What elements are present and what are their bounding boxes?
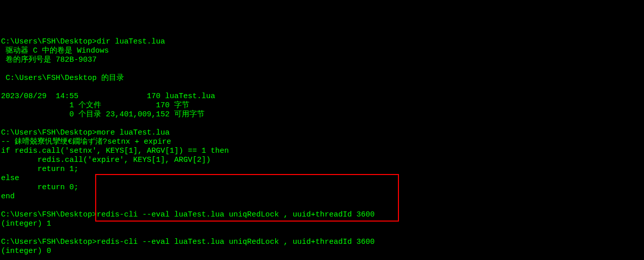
terminal-line: end	[1, 192, 643, 201]
terminal-line: (integer) 0	[1, 247, 643, 256]
terminal-line: else	[1, 174, 643, 183]
output-text: else	[1, 174, 19, 183]
output-text	[1, 65, 6, 73]
terminal-line: redis.call('expire', KEYS[1], ARGV[2])	[1, 156, 643, 165]
output-text: -- 銇嗗兢寮忛攣绠€鐗堬ず渚?setnx + expire	[1, 138, 171, 146]
output-text: (integer) 0	[1, 247, 51, 255]
prompt: C:\Users\FSH\Desktop>	[1, 128, 97, 137]
terminal-line: -- 銇嗗兢寮忛攣绠€鐗堬ず渚?setnx + expire	[1, 138, 643, 147]
terminal-line	[1, 119, 643, 128]
terminal-line: return 0;	[1, 183, 643, 192]
output-text: 驱动器 C 中的卷是 Windows	[1, 47, 109, 55]
command-text: more luaTest.lua	[97, 128, 170, 137]
terminal-line: 驱动器 C 中的卷是 Windows	[1, 47, 643, 56]
output-text: if redis.call('setnx', KEYS[1], ARGV[1])…	[1, 147, 229, 155]
output-text	[1, 119, 6, 128]
terminal-line: if redis.call('setnx', KEYS[1], ARGV[1])…	[1, 147, 643, 156]
terminal-line	[1, 83, 643, 92]
terminal-line: 2023/08/29 14:55 170 luaTest.lua	[1, 92, 643, 101]
terminal-line: 0 个目录 23,401,009,152 可用字节	[1, 110, 643, 119]
terminal-line: return 1;	[1, 165, 643, 174]
output-text	[1, 229, 6, 237]
terminal-line: (integer) 1	[1, 220, 643, 229]
terminal-line	[1, 229, 643, 238]
terminal-line: 卷的序列号是 782B-9037	[1, 56, 643, 65]
output-text: return 0;	[1, 183, 78, 192]
prompt: C:\Users\FSH\Desktop>	[1, 210, 97, 219]
terminal-line: 1 个文件 170 字节	[1, 101, 643, 110]
output-text: return 1;	[1, 165, 78, 174]
output-text	[1, 83, 6, 92]
command-text: redis-cli --eval luaTest.lua uniqRedLock…	[97, 238, 375, 246]
prompt: C:\Users\FSH\Desktop>	[1, 238, 97, 246]
terminal-line: C:\Users\FSH\Desktop 的目录	[1, 74, 643, 83]
output-text	[1, 256, 6, 260]
output-text: 0 个目录 23,401,009,152 可用字节	[1, 110, 205, 119]
output-text: 卷的序列号是 782B-9037	[1, 56, 97, 64]
command-text: dir luaTest.lua	[97, 37, 165, 46]
terminal-line: C:\Users\FSH\Desktop>redis-cli --eval lu…	[1, 238, 643, 247]
output-text: redis.call('expire', KEYS[1], ARGV[2])	[1, 156, 211, 164]
terminal-output[interactable]: C:\Users\FSH\Desktop>dir luaTest.lua 驱动器…	[1, 37, 643, 260]
output-text: 2023/08/29 14:55 170 luaTest.lua	[1, 92, 215, 101]
output-text: end	[1, 192, 15, 201]
output-text: 1 个文件 170 字节	[1, 101, 189, 110]
output-text	[1, 201, 6, 210]
output-text: (integer) 1	[1, 220, 51, 228]
terminal-line: C:\Users\FSH\Desktop>more luaTest.lua	[1, 128, 643, 138]
command-text: redis-cli --eval luaTest.lua uniqRedLock…	[97, 210, 375, 219]
terminal-line	[1, 65, 643, 74]
terminal-line: C:\Users\FSH\Desktop>dir luaTest.lua	[1, 37, 643, 47]
prompt: C:\Users\FSH\Desktop>	[1, 37, 97, 46]
terminal-line: C:\Users\FSH\Desktop>redis-cli --eval lu…	[1, 210, 643, 220]
terminal-line	[1, 256, 643, 260]
output-text: C:\Users\FSH\Desktop 的目录	[1, 74, 124, 82]
terminal-line	[1, 201, 643, 210]
